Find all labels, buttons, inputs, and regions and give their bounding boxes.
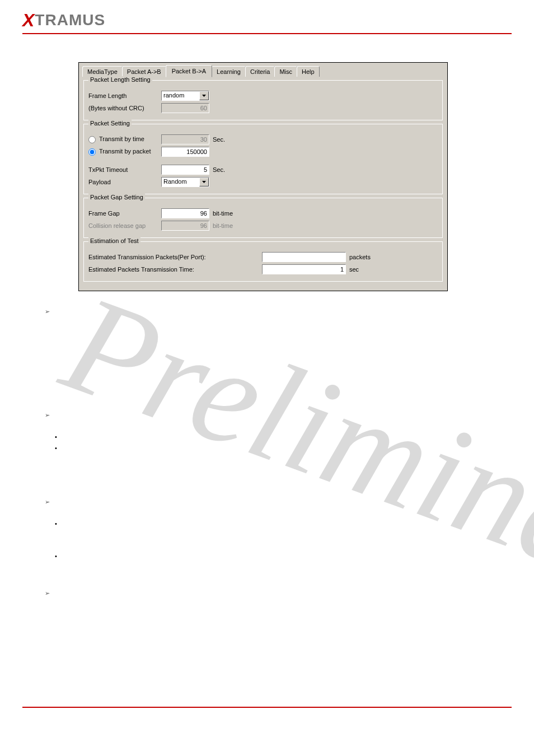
frame-length-label: Frame Length — [88, 92, 161, 99]
tab-learning[interactable]: Learning — [212, 66, 246, 77]
packet-setting-legend: Packet Setting — [88, 120, 132, 127]
arrow-icon: ➢ — [45, 308, 55, 315]
txpkt-timeout-label: TxPkt Timeout — [88, 166, 161, 173]
footer-rule — [22, 707, 512, 708]
tab-row: MediaType Packet A->B Packet B->A Learni… — [82, 65, 444, 77]
transmit-time-unit: Sec. — [213, 136, 225, 143]
tab-packet-ab[interactable]: Packet A->B — [122, 66, 166, 77]
collision-input — [161, 221, 209, 231]
notes-area: ➢ ➢ • • ➢ • • ➢ — [45, 308, 481, 597]
payload-select[interactable]: Random — [161, 177, 209, 187]
svg-marker-0 — [202, 95, 206, 97]
transmit-packet-radio[interactable] — [88, 148, 96, 156]
bullet-icon: • — [55, 553, 63, 559]
frame-length-select[interactable]: random — [161, 91, 209, 101]
arrow-icon: ➢ — [45, 412, 55, 419]
transmit-time-radio-wrap: Transmit by time — [88, 136, 161, 143]
bullet-icon: • — [55, 433, 63, 440]
bullet-icon: • — [55, 520, 63, 527]
tab-misc[interactable]: Misc — [274, 66, 297, 77]
packet-ba-panel: MediaType Packet A->B Packet B->A Learni… — [78, 62, 448, 291]
etp-label: Estimated Transmission Packets(Per Port)… — [88, 254, 262, 260]
frame-gap-unit: bit-time — [213, 210, 233, 217]
tab-mediatype[interactable]: MediaType — [82, 66, 123, 77]
ept-unit: sec — [349, 266, 383, 273]
tab-packet-ba[interactable]: Packet B->A — [166, 65, 212, 77]
transmit-packet-radio-wrap: Transmit by packet — [88, 148, 161, 156]
chevron-down-icon — [199, 178, 209, 186]
transmit-packet-label: Transmit by packet — [99, 148, 151, 155]
txpkt-timeout-input[interactable] — [161, 165, 209, 175]
tab-criteria[interactable]: Criteria — [245, 66, 275, 77]
payload-value: Random — [162, 178, 199, 186]
frame-length-value: random — [162, 91, 199, 100]
header-rule — [22, 33, 512, 34]
frame-gap-input[interactable] — [161, 208, 209, 218]
collision-label: Collision release gap — [88, 222, 161, 229]
packet-gap-legend: Packet Gap Setting — [88, 194, 145, 200]
collision-unit: bit-time — [213, 222, 233, 229]
bullet-icon: • — [55, 445, 63, 451]
packet-length-group: Packet Length Setting Frame Length rando… — [83, 80, 443, 120]
bytes-input — [161, 103, 209, 113]
packet-gap-group: Packet Gap Setting Frame Gap bit-time Co… — [83, 198, 443, 238]
estimation-group: Estimation of Test Estimated Transmissio… — [83, 241, 443, 282]
logo: XTRAMUS — [22, 10, 512, 31]
etp-output — [262, 252, 346, 262]
chevron-down-icon — [199, 91, 209, 100]
transmit-time-label: Transmit by time — [99, 136, 144, 142]
etp-unit: packets — [349, 254, 383, 260]
ept-label: Estimated Packets Transmission Time: — [88, 266, 262, 273]
transmit-time-input — [161, 134, 209, 144]
bytes-label: (Bytes without CRC) — [88, 105, 161, 111]
arrow-icon: ➢ — [45, 590, 55, 597]
payload-label: Payload — [88, 179, 161, 185]
packet-setting-group: Packet Setting Transmit by time Sec. Tra… — [83, 124, 443, 194]
arrow-icon: ➢ — [45, 498, 55, 506]
transmit-time-radio[interactable] — [88, 136, 96, 143]
tab-help[interactable]: Help — [297, 66, 320, 77]
txpkt-timeout-unit: Sec. — [213, 166, 225, 173]
estimation-legend: Estimation of Test — [88, 237, 140, 244]
transmit-packet-input[interactable] — [161, 147, 209, 157]
ept-output — [262, 264, 346, 274]
logo-x: X — [22, 10, 35, 30]
svg-marker-1 — [202, 181, 206, 183]
frame-gap-label: Frame Gap — [88, 210, 161, 217]
packet-length-legend: Packet Length Setting — [88, 76, 152, 83]
logo-rest: TRAMUS — [35, 11, 105, 29]
